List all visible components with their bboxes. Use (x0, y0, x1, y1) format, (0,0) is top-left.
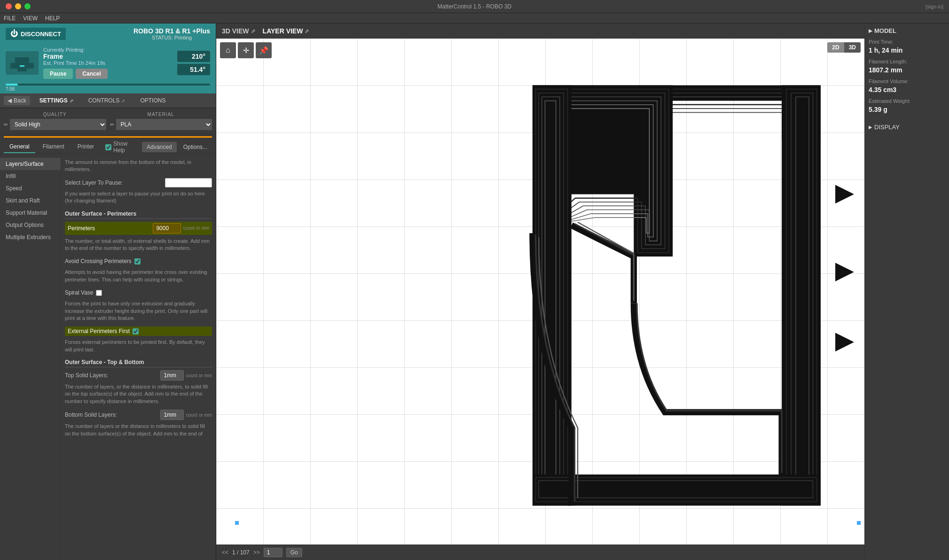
left-nav: Layers/Surface Infill Speed Skirt and Ra… (0, 154, 61, 560)
print-time-value: 1 h, 24 min (869, 47, 945, 54)
bottom-solid-label: Bottom Solid Layers: (65, 412, 160, 418)
show-help-button[interactable]: Show Help (105, 140, 140, 154)
prev-layers-button[interactable]: << (222, 549, 228, 556)
settings-label: SETTINGS (39, 97, 68, 104)
help-perimeters: The number, or total width, of external … (65, 237, 212, 253)
tab-settings[interactable]: SETTINGS ⬀ (34, 95, 79, 106)
content-area: Layers/Surface Infill Speed Skirt and Ra… (0, 154, 216, 560)
selectors: QUALITY ✏ Solid High MATERIAL ✏ PLA (0, 108, 216, 134)
avoid-crossing-label: Avoid Crossing Perimeters (65, 258, 132, 264)
help-bottom-solid: The number of layers or the distance in … (65, 422, 212, 438)
menu-file[interactable]: FILE (4, 15, 16, 22)
perimeters-input[interactable] (153, 223, 181, 233)
nav-support-material[interactable]: Support Material (0, 207, 61, 219)
back-icon: ◀ (8, 97, 12, 104)
quality-select[interactable]: Solid High (10, 119, 106, 130)
model-label: MODEL (874, 27, 896, 34)
traffic-lights (6, 3, 31, 9)
help-top-solid: The number of layers, or the distance in… (65, 382, 212, 406)
menu-view[interactable]: VIEW (23, 15, 38, 22)
corner-dot-br (857, 521, 861, 525)
section-layer-pause: Select Layer To Pause: If you want to se… (65, 178, 212, 206)
nav-layers-surface[interactable]: Layers/Surface (0, 158, 61, 170)
show-help-label: Show Help (113, 140, 140, 154)
display-section-header[interactable]: ▶ DISPLAY (869, 124, 945, 131)
svg-marker-4 (836, 187, 852, 202)
bottom-solid-input[interactable] (160, 410, 184, 420)
advanced-button[interactable]: Advanced (142, 142, 176, 152)
top-solid-label: Top Solid Layers: (65, 372, 160, 379)
ext-perimeters-checkbox[interactable] (133, 328, 139, 334)
filament-length-label: Filament Length: (869, 59, 945, 64)
menu-help[interactable]: HELP (45, 15, 60, 22)
tab-layer-view[interactable]: LAYER VIEW ⬀ (263, 27, 309, 35)
layer-view-label: LAYER VIEW (263, 27, 303, 35)
print-buttons: Pause Cancel (43, 69, 173, 79)
printer-name: ROBO 3D R1 & R1 +Plus (133, 27, 210, 35)
layer-pause-input[interactable] (165, 178, 212, 187)
tab-options[interactable]: OPTIONS (134, 95, 171, 106)
nav-output-options[interactable]: Output Options (0, 219, 61, 231)
display-label: DISPLAY (874, 124, 900, 131)
nav-multiple-extruders[interactable]: Multiple Extruders (0, 231, 61, 243)
maximize-button[interactable] (24, 3, 31, 9)
show-help-checkbox[interactable] (105, 144, 111, 150)
cancel-button[interactable]: Cancel (76, 69, 107, 79)
section-bottom-removal: The amount to remove from the bottom of … (65, 158, 212, 174)
progress-time: 7:06 (6, 86, 210, 92)
next-layers-button[interactable]: >> (253, 549, 260, 556)
quality-icon: ✏ (4, 122, 8, 128)
printer-icon (6, 51, 39, 75)
disconnect-button[interactable]: ⏻ DISCONNECT (6, 28, 66, 40)
avoid-crossing-checkbox[interactable] (134, 258, 141, 264)
pause-button[interactable]: Pause (43, 69, 73, 79)
tab-printer[interactable]: Printer (72, 141, 100, 153)
spiral-vase-row: Spiral Vase (65, 288, 212, 297)
progress-container: 7:06 (0, 84, 216, 93)
back-button[interactable]: ◀ Back (4, 96, 30, 105)
material-select[interactable]: PLA (116, 119, 212, 130)
nav-speed[interactable]: Speed (0, 182, 61, 194)
controls-label: CONTROLS (88, 97, 120, 104)
left-panel: ⏻ DISCONNECT ROBO 3D R1 & R1 +Plus STATU… (0, 23, 216, 560)
quality-selector-group: QUALITY ✏ Solid High (4, 112, 106, 130)
power-icon: ⏻ (10, 30, 18, 38)
filament-volume-label: Filament Volume: (869, 78, 945, 84)
top-solid-input[interactable] (160, 370, 184, 381)
layer-preview-svg (216, 39, 864, 544)
right-panel: ▶ MODEL Print Time: 1 h, 24 min Filament… (864, 23, 949, 560)
svg-marker-5 (836, 264, 852, 280)
close-button[interactable] (6, 3, 12, 9)
settings-ext-icon: ⬀ (70, 98, 73, 103)
options-button[interactable]: Options... (179, 142, 212, 152)
tab-controls[interactable]: CONTROLS ⬀ (83, 95, 131, 106)
tab-3d-view[interactable]: 3D VIEW ⬀ (222, 27, 255, 35)
help-layer-pause: If you want to select a layer to pause y… (65, 189, 212, 206)
titlebar: MatterControl 1.5 - ROBO 3D [sign in] (0, 0, 949, 13)
corner-dot-bl (235, 521, 239, 525)
main-layout: ⏻ DISCONNECT ROBO 3D R1 & R1 +Plus STATU… (0, 23, 949, 560)
spiral-vase-label: Spiral Vase (65, 289, 93, 296)
signin-link[interactable]: [sign in] (925, 4, 943, 9)
settings-content: The amount to remove from the bottom of … (61, 154, 216, 560)
chevron-right-display-icon: ▶ (869, 124, 872, 130)
goto-button[interactable]: Go (286, 548, 302, 557)
layer-goto-input[interactable] (264, 548, 282, 557)
tab-filament[interactable]: Filament (37, 141, 70, 153)
nav-infill[interactable]: Infill (0, 170, 61, 182)
temperature-display: 210° 51.4° (177, 51, 210, 75)
nav-skirt-raft[interactable]: Skirt and Raft (0, 194, 61, 207)
layer-pause-label: Select Layer To Pause: (65, 179, 165, 186)
estimated-weight-label: Estimated Weight: (869, 98, 945, 104)
ext-perimeters-label: External Perimeters First (68, 328, 130, 334)
help-avoid-crossing: Attempts to avoid having the perimeter l… (65, 268, 212, 284)
tab-general[interactable]: General (4, 141, 35, 153)
nav-tabs: ◀ Back SETTINGS ⬀ CONTROLS ⬀ OPTIONS (0, 93, 216, 108)
model-section-header[interactable]: ▶ MODEL (869, 27, 945, 34)
next-label: >> (253, 549, 260, 556)
section-outer-top-bottom: Outer Surface - Top & Bottom (65, 359, 212, 367)
help-spiral-vase: Forces the print to have only one extrus… (65, 299, 212, 323)
chevron-right-icon: ▶ (869, 28, 872, 33)
spiral-vase-checkbox[interactable] (96, 290, 102, 296)
minimize-button[interactable] (15, 3, 21, 9)
